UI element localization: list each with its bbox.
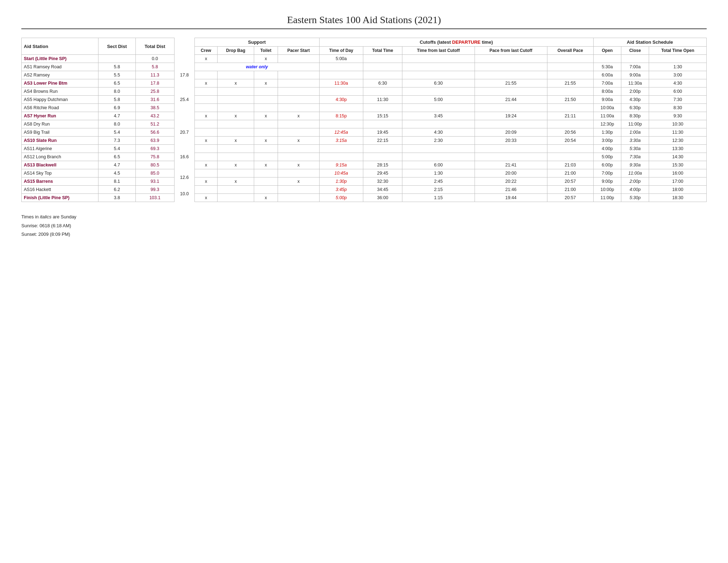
pace-from-last: 20:33 — [475, 137, 547, 145]
sect-dist: 5.8 — [98, 63, 136, 71]
support-crew — [194, 96, 218, 104]
pace-from-last — [475, 104, 547, 112]
total-time-open: 4:30 — [649, 79, 707, 87]
support-pacer-start: x — [278, 177, 320, 186]
aid-station-name: AS14 Sky Top — [22, 169, 98, 177]
sect-dist: 6.9 — [98, 104, 136, 112]
open: 11:00p — [593, 194, 621, 202]
overall-pace: 21:03 — [547, 161, 593, 169]
pace-from-last: 21:46 — [475, 186, 547, 194]
time-from-last: 1:15 — [402, 194, 475, 202]
time-from-last — [402, 145, 475, 153]
support-crew — [194, 153, 218, 161]
footnote-sunset: Sunset: 2009 (8:09 PM) — [21, 230, 707, 239]
time-of-day: 12:45a — [319, 128, 363, 137]
support-pacer-start: x — [278, 112, 320, 120]
pace-from-last: 20:09 — [475, 128, 547, 137]
time-of-day: 5:00a — [319, 55, 363, 63]
sect-group: 20.7 — [174, 120, 194, 145]
time-from-last — [402, 153, 475, 161]
aid-station-name: Start (Little Pine SP) — [22, 55, 98, 63]
support-crew — [194, 169, 218, 177]
col-drop-bag: Drop Bag — [218, 47, 254, 55]
table-row: AS4 Browns Run8.025.825.48:00a2:00p6:00 — [22, 87, 707, 96]
support-drop-bag — [218, 120, 254, 128]
pace-from-last: 21:55 — [475, 79, 547, 87]
overall-pace — [547, 153, 593, 161]
support-crew: x — [194, 161, 218, 169]
total-time-open: 18:00 — [649, 186, 707, 194]
time-of-day — [319, 145, 363, 153]
table-row: AS15 Barrens8.193.1xxx1:30p32:302:4520:2… — [22, 177, 707, 186]
sect-group — [174, 55, 194, 63]
sect-dist: 5.4 — [98, 145, 136, 153]
schedule-header: Aid Station Schedule — [593, 38, 706, 47]
sect-dist — [98, 55, 136, 63]
overall-pace — [547, 63, 593, 71]
sect-group: 16.6 — [174, 145, 194, 169]
support-crew — [194, 128, 218, 137]
support-drop-bag — [218, 71, 254, 79]
total-time-open: 9:30 — [649, 112, 707, 120]
total-time-open: 16:00 — [649, 169, 707, 177]
table-row: AS8 Dry Run8.051.220.712:30p11:00p10:30 — [22, 120, 707, 128]
overall-pace: 21:50 — [547, 96, 593, 104]
total-time-open: 7:30 — [649, 96, 707, 104]
col-total-dist: Total Dist — [135, 38, 174, 55]
close — [621, 55, 649, 63]
pace-from-last: 21:41 — [475, 161, 547, 169]
sect-group — [174, 112, 194, 120]
total-time-open — [649, 55, 707, 63]
close: 5:30a — [621, 145, 649, 153]
aid-station-name: AS1 Ramsey Road — [22, 63, 98, 71]
aid-station-name: AS12 Long Branch — [22, 153, 98, 161]
support-toilet — [254, 87, 278, 96]
overall-pace: 21:00 — [547, 169, 593, 177]
total-time: 34:45 — [363, 186, 402, 194]
total-time-open: 3:00 — [649, 71, 707, 79]
support-toilet — [254, 169, 278, 177]
col-pacer-start: Pacer Start — [278, 47, 320, 55]
total-time — [363, 87, 402, 96]
overall-pace: 21:55 — [547, 79, 593, 87]
time-of-day — [319, 87, 363, 96]
total-time: 32:30 — [363, 177, 402, 186]
support-pacer-start — [278, 55, 320, 63]
overall-pace: 20:57 — [547, 177, 593, 186]
close: 8:30p — [621, 112, 649, 120]
pace-from-last: 20:00 — [475, 169, 547, 177]
col-total-time: Total Time — [363, 47, 402, 55]
time-from-last: 2:30 — [402, 137, 475, 145]
open: 10:00p — [593, 186, 621, 194]
support-toilet: x — [254, 55, 278, 63]
support-drop-bag: x — [218, 137, 254, 145]
time-from-last — [402, 71, 475, 79]
time-from-last — [402, 55, 475, 63]
pace-from-last: 19:24 — [475, 112, 547, 120]
support-toilet — [254, 104, 278, 112]
time-of-day: 9:15a — [319, 161, 363, 169]
support-drop-bag: x — [218, 112, 254, 120]
water-only: water only — [194, 63, 319, 71]
total-dist: 51.2 — [135, 120, 174, 128]
support-crew: x — [194, 112, 218, 120]
sect-dist: 5.4 — [98, 128, 136, 137]
total-dist: 99.3 — [135, 186, 174, 194]
col-sect-group-spacer — [174, 38, 194, 55]
total-time — [363, 71, 402, 79]
time-from-last — [402, 120, 475, 128]
title-divider — [21, 28, 707, 29]
table-row: AS13 Blackwell4.780.5xxxx9:15a28:156:002… — [22, 161, 707, 169]
total-dist: 103.1 — [135, 194, 174, 202]
sect-dist: 4.7 — [98, 112, 136, 120]
total-dist: 31.6 — [135, 96, 174, 104]
table-row: AS12 Long Branch6.575.85:00p7:30a14:30 — [22, 153, 707, 161]
close: 7:30a — [621, 153, 649, 161]
support-drop-bag — [218, 169, 254, 177]
time-from-last: 6:30 — [402, 79, 475, 87]
sect-dist: 3.8 — [98, 194, 136, 202]
total-time — [363, 104, 402, 112]
total-dist: 0.0 — [135, 55, 174, 63]
sect-group: 12.6 — [174, 169, 194, 186]
col-close: Close — [621, 47, 649, 55]
